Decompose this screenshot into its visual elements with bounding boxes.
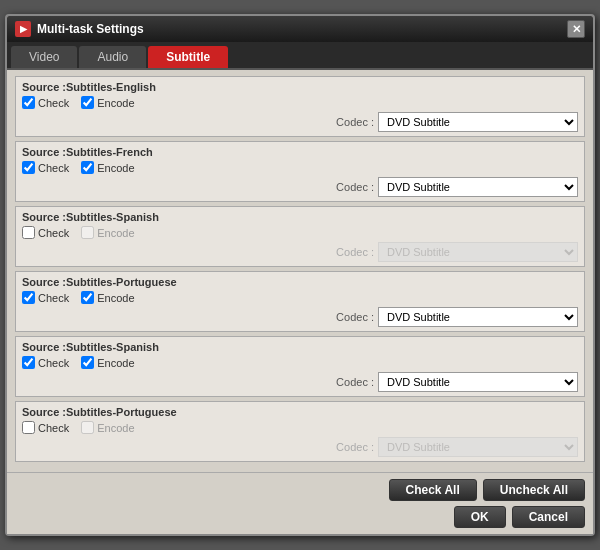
checkboxes-6: Check Encode	[22, 421, 578, 434]
codec-label-5: Codec :	[336, 376, 374, 388]
subtitle-row-2: Source :Subtitles-French Check Encode Co…	[15, 141, 585, 202]
codec-select-6[interactable]: DVD Subtitle	[378, 437, 578, 457]
ok-button[interactable]: OK	[454, 506, 506, 528]
check-label-3: Check	[38, 227, 69, 239]
checkboxes-2: Check Encode	[22, 161, 578, 174]
check-item-5: Check	[22, 356, 69, 369]
check-label-4: Check	[38, 292, 69, 304]
tab-subtitle[interactable]: Subtitle	[148, 46, 228, 68]
source-label-3: Source :Subtitles-Spanish	[22, 211, 578, 223]
codec-select-1[interactable]: DVD Subtitle	[378, 112, 578, 132]
main-window: ▶ Multi-task Settings ✕ Video Audio Subt…	[5, 14, 595, 536]
check-checkbox-5[interactable]	[22, 356, 35, 369]
checkboxes-1: Check Encode	[22, 96, 578, 109]
encode-item-6: Encode	[81, 421, 134, 434]
source-label-4: Source :Subtitles-Portuguese	[22, 276, 578, 288]
footer-top: Check All Uncheck All	[15, 479, 585, 501]
codec-row-1: Codec : DVD Subtitle	[22, 112, 578, 132]
codec-label-6: Codec :	[336, 441, 374, 453]
content-area: Source :Subtitles-English Check Encode C…	[7, 68, 593, 472]
title-bar-left: ▶ Multi-task Settings	[15, 21, 144, 37]
encode-label-4: Encode	[97, 292, 134, 304]
codec-label-2: Codec :	[336, 181, 374, 193]
cancel-button[interactable]: Cancel	[512, 506, 585, 528]
checkboxes-3: Check Encode	[22, 226, 578, 239]
subtitle-row-3: Source :Subtitles-Spanish Check Encode C…	[15, 206, 585, 267]
encode-checkbox-1[interactable]	[81, 96, 94, 109]
check-label-5: Check	[38, 357, 69, 369]
subtitle-row-6: Source :Subtitles-Portuguese Check Encod…	[15, 401, 585, 462]
tab-video[interactable]: Video	[11, 46, 77, 68]
encode-item-3: Encode	[81, 226, 134, 239]
source-label-2: Source :Subtitles-French	[22, 146, 578, 158]
encode-item-1: Encode	[81, 96, 134, 109]
encode-checkbox-3[interactable]	[81, 226, 94, 239]
codec-select-3[interactable]: DVD Subtitle	[378, 242, 578, 262]
codec-row-6: Codec : DVD Subtitle	[22, 437, 578, 457]
encode-checkbox-6[interactable]	[81, 421, 94, 434]
codec-select-5[interactable]: DVD Subtitle	[378, 372, 578, 392]
check-label-6: Check	[38, 422, 69, 434]
checkboxes-5: Check Encode	[22, 356, 578, 369]
source-label-1: Source :Subtitles-English	[22, 81, 578, 93]
check-checkbox-2[interactable]	[22, 161, 35, 174]
codec-row-4: Codec : DVD Subtitle	[22, 307, 578, 327]
check-item-2: Check	[22, 161, 69, 174]
check-all-button[interactable]: Check All	[389, 479, 477, 501]
window-title: Multi-task Settings	[37, 22, 144, 36]
encode-item-2: Encode	[81, 161, 134, 174]
encode-item-5: Encode	[81, 356, 134, 369]
codec-label-4: Codec :	[336, 311, 374, 323]
subtitle-row-5: Source :Subtitles-Spanish Check Encode C…	[15, 336, 585, 397]
check-checkbox-3[interactable]	[22, 226, 35, 239]
codec-row-3: Codec : DVD Subtitle	[22, 242, 578, 262]
encode-checkbox-2[interactable]	[81, 161, 94, 174]
check-checkbox-6[interactable]	[22, 421, 35, 434]
check-checkbox-4[interactable]	[22, 291, 35, 304]
check-checkbox-1[interactable]	[22, 96, 35, 109]
codec-select-4[interactable]: DVD Subtitle	[378, 307, 578, 327]
tab-bar: Video Audio Subtitle	[7, 42, 593, 68]
subtitle-row-1: Source :Subtitles-English Check Encode C…	[15, 76, 585, 137]
check-item-3: Check	[22, 226, 69, 239]
encode-label-2: Encode	[97, 162, 134, 174]
checkboxes-4: Check Encode	[22, 291, 578, 304]
check-item-4: Check	[22, 291, 69, 304]
footer-bottom: OK Cancel	[15, 506, 585, 528]
encode-label-1: Encode	[97, 97, 134, 109]
encode-label-5: Encode	[97, 357, 134, 369]
title-bar: ▶ Multi-task Settings ✕	[7, 16, 593, 42]
tab-audio[interactable]: Audio	[79, 46, 146, 68]
encode-item-4: Encode	[81, 291, 134, 304]
uncheck-all-button[interactable]: Uncheck All	[483, 479, 585, 501]
encode-label-6: Encode	[97, 422, 134, 434]
codec-label-1: Codec :	[336, 116, 374, 128]
close-button[interactable]: ✕	[567, 20, 585, 38]
codec-label-3: Codec :	[336, 246, 374, 258]
subtitle-row-4: Source :Subtitles-Portuguese Check Encod…	[15, 271, 585, 332]
encode-checkbox-5[interactable]	[81, 356, 94, 369]
codec-select-2[interactable]: DVD Subtitle	[378, 177, 578, 197]
source-label-5: Source :Subtitles-Spanish	[22, 341, 578, 353]
check-label-1: Check	[38, 97, 69, 109]
app-icon: ▶	[15, 21, 31, 37]
codec-row-5: Codec : DVD Subtitle	[22, 372, 578, 392]
encode-checkbox-4[interactable]	[81, 291, 94, 304]
check-label-2: Check	[38, 162, 69, 174]
encode-label-3: Encode	[97, 227, 134, 239]
footer: Check All Uncheck All OK Cancel	[7, 472, 593, 534]
source-label-6: Source :Subtitles-Portuguese	[22, 406, 578, 418]
codec-row-2: Codec : DVD Subtitle	[22, 177, 578, 197]
check-item-6: Check	[22, 421, 69, 434]
check-item-1: Check	[22, 96, 69, 109]
